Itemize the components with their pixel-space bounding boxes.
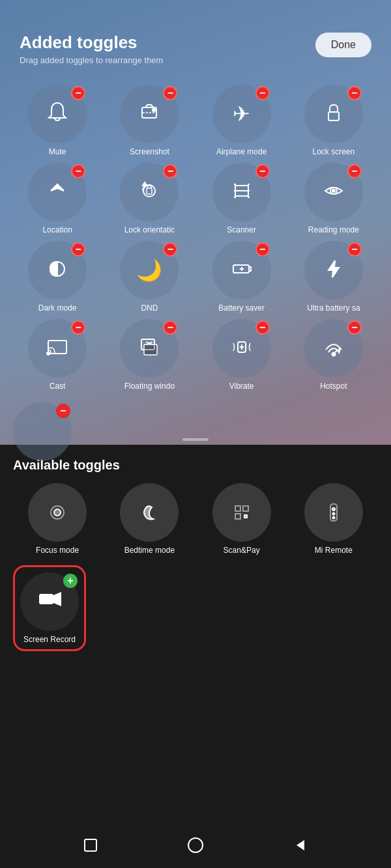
avail-miremote[interactable]: Mi Remote [289, 483, 378, 555]
toggle-airplane[interactable]: ✈ − Airplane mode [197, 85, 286, 156]
remove-badge-lock-orientation[interactable]: − [163, 164, 177, 178]
screenshot-icon [138, 101, 161, 128]
svg-rect-31 [235, 506, 240, 511]
toggle-lock-orientation[interactable]: − Lock orientatic [105, 163, 194, 234]
avail-scanpay[interactable]: Scan&Pay [197, 483, 286, 555]
svg-rect-33 [235, 514, 240, 519]
remove-badge-floating[interactable]: − [163, 320, 177, 335]
remove-badge-darkmode[interactable]: − [71, 242, 85, 257]
toggle-circle-cast: − [28, 319, 87, 378]
toggle-cast[interactable]: − Cast [13, 319, 102, 391]
toggle-circle-floating: − [120, 319, 179, 378]
nav-home-button[interactable] [186, 836, 205, 854]
remove-badge-hotspot[interactable]: − [347, 320, 362, 335]
avail-circle-focus [28, 483, 87, 542]
toggle-mute[interactable]: − Mute [13, 85, 102, 156]
remove-badge-dnd[interactable]: − [163, 242, 177, 257]
toggle-hotspot[interactable]: − Hotspot [289, 319, 378, 391]
remove-badge-location[interactable]: − [71, 164, 85, 178]
remove-badge-battery-saver[interactable]: − [255, 242, 270, 257]
svg-marker-43 [297, 840, 304, 850]
remove-badge-airplane[interactable]: − [255, 86, 270, 100]
svg-marker-16 [328, 260, 339, 277]
hotspot-icon [322, 335, 345, 362]
toggle-floating[interactable]: − Floating windo [105, 319, 194, 391]
toggle-label-dnd: DND [141, 303, 158, 313]
svg-marker-6 [143, 182, 147, 186]
svg-point-5 [143, 185, 155, 197]
remove-badge-ultra-battery[interactable]: − [347, 242, 362, 257]
avail-focus[interactable]: Focus mode [13, 483, 102, 555]
toggle-circle-lockscreen: − [304, 85, 363, 143]
rotate-lock-icon [138, 179, 161, 206]
added-toggles-section: − Mute − Screenshot ✈ − [0, 78, 391, 397]
avail-label-bedtime: Bedtime mode [124, 546, 175, 555]
partial-toggle: − [13, 402, 72, 432]
toggle-lockscreen[interactable]: − Lock screen [289, 85, 378, 156]
toggle-darkmode[interactable]: − Dark mode [13, 241, 102, 313]
available-toggles-section: Available toggles Focus mode Bedtime mod… [0, 445, 391, 658]
toggle-label-screenshot: Screenshot [130, 147, 169, 156]
remove-badge-scanner[interactable]: − [255, 164, 270, 178]
toggle-label-mute: Mute [49, 147, 66, 156]
remove-badge-screenshot[interactable]: − [163, 86, 177, 100]
scanner-icon [230, 179, 253, 206]
toggle-ultra-battery[interactable]: − Ultra battery sa [289, 241, 378, 313]
toggle-label-ultra-battery: Ultra battery sa [307, 303, 360, 313]
done-button[interactable]: Done [315, 33, 371, 57]
toggle-location[interactable]: − Location [13, 163, 102, 234]
toggle-circle-lock-orientation: − [120, 163, 179, 221]
nav-square-button[interactable] [83, 837, 98, 853]
eye-icon [322, 179, 345, 206]
cast-icon [46, 335, 69, 362]
avail-circle-scanpay [212, 483, 271, 542]
toggle-label-lock-orientation: Lock orientatic [124, 225, 175, 234]
toggle-scanner[interactable]: − Scanner [197, 163, 286, 234]
remove-badge-reading[interactable]: − [347, 164, 362, 178]
available-toggle-grid: Focus mode Bedtime mode Scan&Pay [13, 483, 378, 555]
available-title: Available toggles [13, 458, 378, 473]
svg-point-37 [332, 513, 334, 515]
toggle-circle-hotspot: − [304, 319, 363, 378]
toggle-label-battery-saver: Battery saver [218, 303, 265, 313]
remove-badge-partial[interactable]: − [56, 404, 70, 418]
bedtime-icon [138, 501, 161, 524]
sr-label: Screen Record [23, 635, 76, 644]
avail-bedtime[interactable]: Bedtime mode [105, 483, 194, 555]
bolt-icon [322, 257, 345, 284]
toggle-battery-saver[interactable]: − Battery saver [197, 241, 286, 313]
toggle-circle-location: − [28, 163, 87, 221]
avail-label-focus: Focus mode [36, 546, 79, 555]
avail-label-miremote: Mi Remote [315, 546, 353, 555]
toggle-screenshot[interactable]: − Screenshot [105, 85, 194, 156]
header: Added toggles Drag added toggles to rear… [0, 0, 391, 78]
toggle-circle-screenshot: − [120, 85, 179, 143]
remove-badge-lockscreen[interactable]: − [347, 86, 362, 100]
svg-point-11 [332, 189, 335, 192]
darkmode-icon [46, 257, 69, 284]
toggle-label-lockscreen: Lock screen [313, 147, 355, 156]
nav-back-button[interactable] [293, 837, 308, 853]
toggle-reading[interactable]: − Reading mode [289, 163, 378, 234]
moon-icon: 🌙 [136, 260, 162, 281]
toggle-vibrate[interactable]: − Vibrate [197, 319, 286, 391]
toggle-circle-airplane: ✈ − [212, 85, 271, 143]
avail-screen-record[interactable]: + Screen Record [20, 572, 79, 644]
toggle-dnd[interactable]: 🌙 − DND [105, 241, 194, 313]
svg-point-26 [332, 352, 335, 356]
toggle-circle-reading: − [304, 163, 363, 221]
remove-badge-mute[interactable]: − [71, 86, 85, 100]
svg-point-18 [47, 352, 50, 355]
page-subtitle: Drag added toggles to rearrange them [20, 55, 163, 65]
remove-badge-vibrate[interactable]: − [255, 320, 270, 335]
toggle-label-darkmode: Dark mode [38, 303, 77, 313]
page-title: Added toggles [20, 33, 163, 53]
svg-point-30 [54, 509, 61, 516]
screen-record-row: + Screen Record [13, 565, 378, 651]
svg-rect-32 [243, 506, 248, 511]
remove-badge-cast[interactable]: − [71, 320, 85, 335]
svg-marker-40 [53, 592, 61, 606]
floating-icon [138, 335, 161, 362]
toggle-label-cast: Cast [50, 382, 66, 391]
location-icon [46, 179, 69, 206]
